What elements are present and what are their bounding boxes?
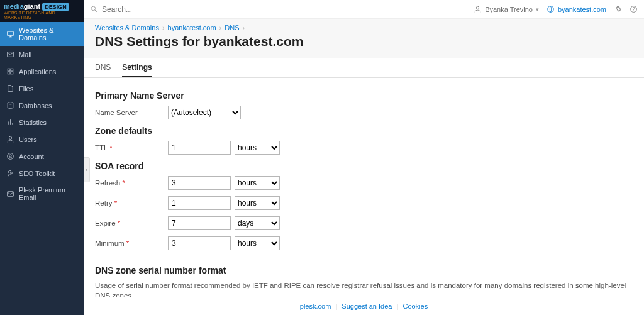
- expire-unit-select[interactable]: days: [235, 216, 280, 230]
- required-marker: *: [118, 219, 120, 227]
- breadcrumb-sep: ›: [219, 24, 222, 31]
- sidebar: mediagiant DESIGN WEBSITE DESIGN AND MAR…: [0, 0, 84, 315]
- domain-link[interactable]: byankatest.com: [547, 5, 606, 13]
- globe-icon: [547, 5, 555, 13]
- expire-input[interactable]: [168, 216, 231, 230]
- sidebar-item-applications[interactable]: Applications: [0, 63, 84, 80]
- sidebar-item-statistics[interactable]: Statistics: [0, 114, 84, 131]
- svg-point-8: [8, 102, 13, 104]
- breadcrumb: Websites & Domains › byankatest.com › DN…: [95, 24, 633, 31]
- account-icon: [6, 152, 14, 160]
- user-icon: [6, 135, 14, 143]
- retry-input[interactable]: [168, 196, 231, 210]
- logo-giant: giant: [24, 3, 40, 10]
- domain-name: byankatest.com: [558, 6, 606, 13]
- database-icon: [6, 101, 14, 109]
- sidebar-item-label: Websites & Domains: [19, 26, 77, 41]
- envelope-icon: [6, 190, 14, 198]
- minimum-unit-select[interactable]: hours: [235, 236, 280, 250]
- svg-point-22: [633, 11, 634, 11]
- sidebar-item-label: Users: [19, 136, 37, 143]
- name-server-select[interactable]: (Autoselect): [168, 106, 241, 119]
- sidebar-item-label: SEO Toolkit: [19, 170, 55, 177]
- svg-point-12: [9, 136, 11, 139]
- required-marker: *: [114, 199, 117, 207]
- sidebar-item-files[interactable]: Files: [0, 80, 84, 97]
- svg-point-16: [91, 6, 96, 11]
- page-title: DNS Settings for byankatest.com: [95, 34, 633, 49]
- sidebar-item-premium-email[interactable]: Plesk Premium Email: [0, 182, 84, 206]
- sidebar-item-websites-domains[interactable]: Websites & Domains: [0, 22, 84, 46]
- help-button[interactable]: [630, 5, 638, 13]
- label-minimum: Minimum: [95, 240, 125, 247]
- search-input[interactable]: [102, 5, 467, 14]
- label-expire: Expire: [95, 219, 116, 227]
- label-retry: Retry: [95, 199, 112, 207]
- svg-rect-4: [8, 69, 10, 71]
- footer-plesk-link[interactable]: plesk.com: [300, 302, 331, 310]
- wrench-icon: [6, 169, 14, 177]
- svg-line-17: [95, 10, 97, 12]
- footer-suggest-idea-link[interactable]: Suggest an Idea: [341, 302, 392, 310]
- search-icon: [90, 5, 98, 13]
- chevron-down-icon: ▾: [536, 6, 539, 13]
- sidebar-item-label: Account: [19, 153, 44, 160]
- topbar-right: Byanka Trevino ▾ byankatest.com: [474, 5, 638, 13]
- sidebar-collapse-toggle[interactable]: ‹: [84, 157, 90, 182]
- label-ttl: TTL: [95, 144, 108, 152]
- grid-icon: [6, 67, 14, 75]
- retry-unit-select[interactable]: hours: [235, 196, 280, 210]
- monitor-icon: [6, 30, 14, 38]
- sidebar-item-mail[interactable]: Mail: [0, 46, 84, 63]
- section-zone-defaults: Zone defaults: [95, 126, 633, 136]
- section-soa-record: SOA record: [95, 161, 633, 171]
- topbar: Byanka Trevino ▾ byankatest.com: [84, 0, 644, 19]
- sidebar-item-label: Mail: [19, 51, 31, 58]
- search-wrap: [90, 5, 467, 14]
- svg-rect-6: [8, 72, 10, 74]
- sidebar-item-users[interactable]: Users: [0, 131, 84, 148]
- label-refresh: Refresh: [95, 179, 120, 187]
- sidebar-nav: Websites & Domains Mail Applications Fil…: [0, 22, 84, 206]
- refresh-input[interactable]: [168, 176, 231, 190]
- logo: mediagiant DESIGN WEBSITE DESIGN AND MAR…: [0, 0, 84, 22]
- user-menu[interactable]: Byanka Trevino ▾: [474, 5, 539, 13]
- logo-subtitle: WEBSITE DESIGN AND MARKETING: [4, 11, 80, 19]
- section-serial-format: DNS zone serial number format: [95, 265, 633, 275]
- user-small-icon: [474, 5, 482, 13]
- puzzle-icon: [614, 5, 622, 13]
- ttl-input[interactable]: [168, 141, 231, 155]
- sidebar-item-account[interactable]: Account: [0, 148, 84, 165]
- sidebar-item-seo-toolkit[interactable]: SEO Toolkit: [0, 165, 84, 182]
- breadcrumb-link-domain[interactable]: byankatest.com: [168, 24, 216, 31]
- minimum-input[interactable]: [168, 236, 231, 250]
- section-primary-name-server: Primary Name Server: [95, 91, 633, 101]
- footer-cookies-link[interactable]: Cookies: [402, 302, 428, 310]
- header-area: Websites & Domains › byankatest.com › DN…: [84, 19, 644, 58]
- logo-media: media: [4, 3, 24, 10]
- breadcrumb-link-dns[interactable]: DNS: [225, 24, 239, 31]
- svg-rect-5: [11, 69, 13, 71]
- svg-rect-0: [8, 31, 14, 36]
- ttl-unit-select[interactable]: hours: [235, 141, 280, 155]
- svg-rect-15: [8, 191, 14, 196]
- breadcrumb-sep: ›: [162, 24, 165, 31]
- extensions-button[interactable]: [614, 5, 622, 13]
- breadcrumb-sep: ›: [243, 24, 245, 31]
- main: Byanka Trevino ▾ byankatest.com Websites…: [84, 0, 644, 315]
- user-name: Byanka Trevino: [485, 6, 533, 13]
- tab-settings[interactable]: Settings: [122, 58, 152, 77]
- sidebar-item-label: Applications: [19, 68, 56, 75]
- svg-rect-3: [8, 52, 14, 57]
- sidebar-item-label: Files: [19, 85, 33, 92]
- label-name-server: Name Server: [95, 109, 168, 116]
- content: Primary Name Server Name Server (Autosel…: [84, 78, 644, 297]
- breadcrumb-link-websites[interactable]: Websites & Domains: [95, 24, 159, 31]
- tab-dns[interactable]: DNS: [95, 58, 111, 77]
- refresh-unit-select[interactable]: hours: [235, 176, 280, 190]
- svg-point-18: [476, 6, 479, 9]
- bars-icon: [6, 118, 14, 126]
- sidebar-item-databases[interactable]: Databases: [0, 97, 84, 114]
- required-marker: *: [122, 179, 125, 187]
- required-marker: *: [109, 144, 112, 152]
